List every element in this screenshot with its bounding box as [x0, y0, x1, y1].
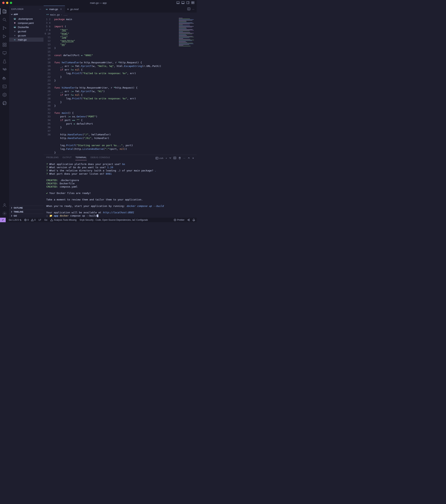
language-status[interactable]: Go	[44, 219, 47, 221]
live-share-icon[interactable]	[187, 219, 190, 221]
kill-terminal-icon[interactable]	[178, 157, 181, 160]
svg-rect-6	[192, 1, 193, 2]
svg-rect-18	[5, 45, 6, 46]
file-icon: ≡	[13, 34, 16, 37]
terminal-dropdown-icon[interactable]	[169, 157, 171, 159]
sidebar-section-collapsed[interactable]: GO	[9, 214, 43, 218]
github-icon[interactable]	[0, 99, 9, 107]
testing-icon[interactable]	[0, 57, 9, 66]
folder-root-label: APP	[14, 13, 18, 16]
file-name: go.mod	[18, 30, 26, 33]
run-debug-icon[interactable]	[0, 32, 9, 41]
section-label: TIMELINE	[14, 211, 23, 213]
minimize-window-button[interactable]	[6, 2, 8, 4]
chevron-right-icon	[11, 207, 13, 209]
accounts-icon[interactable]	[0, 201, 9, 209]
svg-point-41	[188, 220, 189, 220]
eol-status[interactable]: LF	[39, 219, 41, 221]
problems-status[interactable]: 0 0	[24, 219, 36, 221]
breadcrumb[interactable]: ᵍᵒ main.go › ...	[44, 13, 197, 17]
section-label: GO	[14, 215, 17, 217]
code-editor[interactable]: 1 2 3 4 5 6 7 8 9 10 11 12 13 14 15 16 1…	[44, 17, 197, 155]
bottom-panel: PROBLEMSOUTPUTTERMINALDEBUG CONSOLE zsh …	[44, 155, 197, 218]
source-control-icon[interactable]	[0, 24, 9, 32]
tab-more-icon[interactable]: ···	[192, 8, 194, 11]
svg-point-29	[4, 213, 5, 214]
docker-icon[interactable]	[0, 74, 9, 82]
prettier-status[interactable]: Prettier	[174, 219, 184, 221]
terminal-launch-icon[interactable]: zsh	[156, 157, 163, 160]
editor-tab[interactable]: ∞main.go✕	[44, 6, 65, 13]
svg-rect-8	[192, 3, 193, 4]
title-bar: main.go — app	[0, 0, 197, 6]
file-item[interactable]: ❖compose.yaml	[9, 21, 43, 25]
panel-tab[interactable]: OUTPUT	[62, 156, 72, 160]
svg-rect-4	[187, 1, 189, 4]
remote-indicator[interactable]	[0, 218, 6, 222]
toggle-panel-icon[interactable]	[176, 1, 179, 5]
split-terminal-icon[interactable]	[174, 157, 176, 160]
notifications-icon[interactable]	[193, 219, 195, 221]
svg-point-43	[189, 220, 190, 221]
svg-line-44	[188, 219, 189, 220]
toggle-sidebar-icon[interactable]	[186, 1, 189, 5]
terraform-icon[interactable]	[0, 66, 9, 74]
window-controls	[2, 2, 12, 4]
line-gutter: 1 2 3 4 5 6 7 8 9 10 11 12 13 14 15 16 1…	[44, 17, 53, 155]
svg-point-28	[4, 204, 5, 205]
tab-label: main.go	[49, 8, 58, 11]
breadcrumb-file: main.go	[50, 14, 60, 16]
svg-point-10	[3, 18, 5, 20]
close-panel-icon[interactable]: ✕	[192, 157, 194, 160]
maximize-window-button[interactable]	[10, 2, 12, 4]
terminal-shell-label: zsh	[159, 157, 163, 160]
sidebar-header: EXPLORER ···	[9, 6, 43, 13]
breadcrumb-more: ...	[63, 14, 68, 16]
extensions-icon[interactable]	[0, 41, 9, 49]
svg-point-27	[4, 94, 5, 96]
file-item[interactable]: ∞main.go	[9, 37, 43, 42]
explorer-icon[interactable]	[0, 7, 9, 16]
chevron-down-icon	[11, 13, 13, 16]
editor-tab[interactable]: ≡go.mod	[65, 6, 81, 13]
snyk-status[interactable]: Snyk Security - Code, Open Source Depend…	[79, 219, 148, 221]
panel-tab[interactable]: TERMINAL	[75, 156, 87, 160]
svg-point-12	[3, 27, 4, 27]
sidebar-section-collapsed[interactable]: OUTLINE	[9, 206, 43, 210]
terminal[interactable]: ? What application platform does your pr…	[44, 161, 197, 218]
status-bar: Go 1.20.5 0 0 LF Go Analysis Tools Missi…	[0, 218, 197, 222]
remote-explorer-icon[interactable]	[0, 49, 9, 57]
chevron-right-icon	[11, 215, 13, 217]
search-icon[interactable]	[0, 16, 9, 24]
breadcrumb-separator: ›	[61, 14, 62, 16]
tab-label: go.mod	[70, 8, 78, 11]
tab-file-icon: ∞	[46, 8, 48, 11]
panel-tab[interactable]: DEBUG CONSOLE	[91, 156, 110, 160]
sidebar-section-collapsed[interactable]: TIMELINE	[9, 210, 43, 214]
analysis-warning[interactable]: Analysis Tools Missing	[50, 219, 77, 221]
window-title: main.go — app	[0, 1, 197, 4]
maximize-panel-icon[interactable]	[188, 157, 190, 160]
code-content[interactable]: package main import ( "fmt" "html" "log"…	[53, 17, 197, 155]
panel-tab[interactable]: PROBLEMS	[46, 156, 59, 160]
kubernetes-icon[interactable]	[0, 91, 9, 99]
sidebar-more-icon[interactable]: ···	[39, 8, 41, 10]
panel-more-icon[interactable]: ···	[183, 157, 185, 159]
file-name: go.sum	[18, 34, 26, 37]
file-item[interactable]: ≡go.sum	[9, 33, 43, 37]
file-name: Dockerfile	[18, 26, 29, 29]
file-item[interactable]: 🐳Dockerfile	[9, 25, 43, 29]
settings-gear-icon[interactable]	[0, 209, 9, 218]
toggle-bottom-icon[interactable]	[181, 1, 184, 5]
close-window-button[interactable]	[2, 2, 4, 4]
close-tab-icon[interactable]: ✕	[59, 8, 63, 11]
new-terminal-icon[interactable]: +	[166, 157, 167, 159]
customize-layout-icon[interactable]	[191, 1, 194, 5]
folder-root[interactable]: APP	[9, 13, 43, 16]
svg-rect-1	[177, 3, 179, 4]
file-item[interactable]: 🐳.dockerignore	[9, 17, 43, 21]
terminal-icon[interactable]	[0, 82, 9, 91]
file-item[interactable]: ≡go.mod	[9, 29, 43, 33]
go-version-status[interactable]: Go 1.20.5	[9, 219, 21, 221]
split-editor-icon[interactable]	[187, 7, 190, 11]
